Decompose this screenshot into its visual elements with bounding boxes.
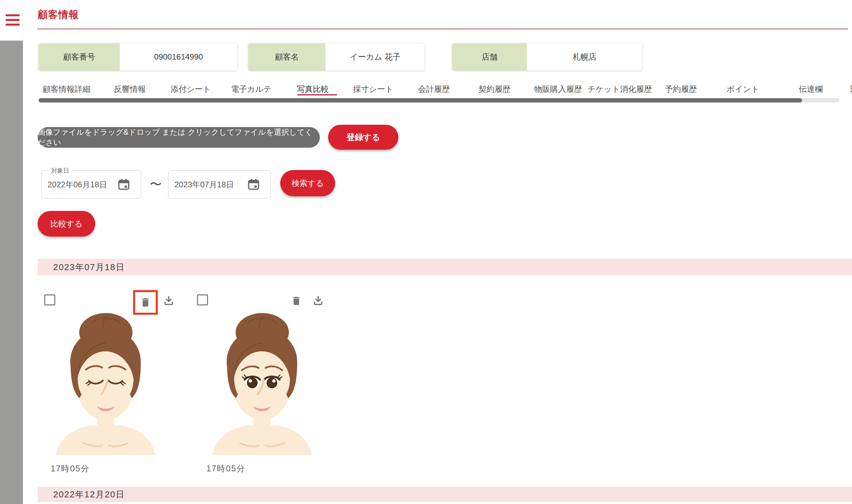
tab-goods-purchase-history[interactable]: 物販購入履歴: [534, 84, 582, 94]
calendar-icon[interactable]: [247, 178, 260, 191]
date-to-value: 2023年07月18日: [174, 171, 234, 198]
customer-number-value: 09001614990: [120, 43, 237, 71]
dropzone-label: 画像ファイルをドラッグ&ドロップ または クリックしてファイルを選択してください: [38, 127, 320, 148]
trash-icon: [140, 297, 151, 308]
download-icon[interactable]: [163, 295, 175, 307]
customer-name-value: イーカム 花子: [325, 43, 425, 71]
tab-contract-history[interactable]: 契約履歴: [479, 84, 511, 94]
search-button[interactable]: 検索する: [280, 170, 335, 196]
date-from-value: 2022年06月18日: [48, 171, 107, 198]
section-date: 2022年12月20日: [53, 489, 125, 500]
tab-accounting-history[interactable]: 会計履歴: [418, 84, 450, 94]
sidebar-gray-panel: [0, 41, 23, 504]
customer-number-label: 顧客番号: [39, 43, 120, 71]
field-group-store: 店舗 札幌店: [452, 43, 642, 71]
date-section-header: 2023年07月18日: [38, 259, 852, 275]
section-date: 2023年07月18日: [53, 262, 125, 273]
field-group-customer-name: 顧客名 イーカム 花子: [248, 43, 425, 71]
store-label: 店舗: [452, 43, 527, 71]
tab-message-column[interactable]: 伝達欄: [799, 84, 823, 94]
menu-bar: [6, 19, 20, 21]
tab-points[interactable]: ポイント: [727, 84, 759, 94]
page-title: 顧客情報: [38, 8, 79, 22]
compare-button[interactable]: 比較する: [38, 211, 95, 236]
date-to-input[interactable]: 2023年07月18日: [168, 170, 271, 199]
field-group-customer-number: 顧客番号 09001614990: [39, 43, 237, 71]
tab-photo-comparison[interactable]: 写真比較: [297, 84, 329, 94]
image-dropzone[interactable]: 画像ファイルをドラッグ&ドロップ または クリックしてファイルを選択してください: [38, 127, 320, 148]
tabs-scrollbar-thumb[interactable]: [39, 98, 802, 103]
customer-photo-closed-eyes[interactable]: [52, 311, 160, 455]
active-tab-indicator: [297, 94, 337, 95]
delete-icon[interactable]: [291, 295, 302, 306]
photo-checkbox[interactable]: [197, 294, 208, 305]
tab-electronic-chart[interactable]: 電子カルテ: [231, 84, 271, 94]
menu-bar: [6, 24, 20, 25]
tab-reservation-history[interactable]: 予約履歴: [665, 84, 697, 94]
tab-ticket-usage-history[interactable]: チケット消化履歴: [587, 84, 652, 94]
tab-measurement-sheet[interactable]: 採寸シート: [353, 84, 393, 94]
photo-timestamp: 17時05分: [51, 463, 90, 474]
tab-partial-clipped[interactable]: 対: [850, 84, 852, 94]
title-divider: [37, 29, 848, 29]
register-button[interactable]: 登録する: [328, 125, 398, 150]
tab-customer-detail[interactable]: 顧客情報詳細: [42, 84, 90, 94]
calendar-icon[interactable]: [118, 178, 130, 191]
tab-attachment-sheet[interactable]: 添付シート: [171, 84, 211, 94]
date-section-header: 2022年12月20日: [38, 487, 852, 502]
download-icon[interactable]: [312, 295, 324, 307]
date-from-input[interactable]: 対象日 2022年06月18日: [41, 170, 141, 199]
customer-info-page: 顧客情報 顧客番号 09001614990 顧客名 イーカム 花子 店舗 札幌店…: [0, 0, 852, 504]
photo-timestamp: 17時05分: [206, 463, 246, 474]
customer-name-label: 顧客名: [248, 43, 325, 71]
hamburger-menu-icon[interactable]: [6, 14, 20, 25]
tab-response-info[interactable]: 反響情報: [114, 84, 146, 94]
store-value: 札幌店: [527, 43, 642, 71]
menu-bar: [6, 14, 20, 16]
date-range-separator: 〜: [150, 176, 162, 193]
customer-photo-open-eyes[interactable]: [208, 311, 316, 455]
photo-checkbox[interactable]: [44, 294, 55, 305]
